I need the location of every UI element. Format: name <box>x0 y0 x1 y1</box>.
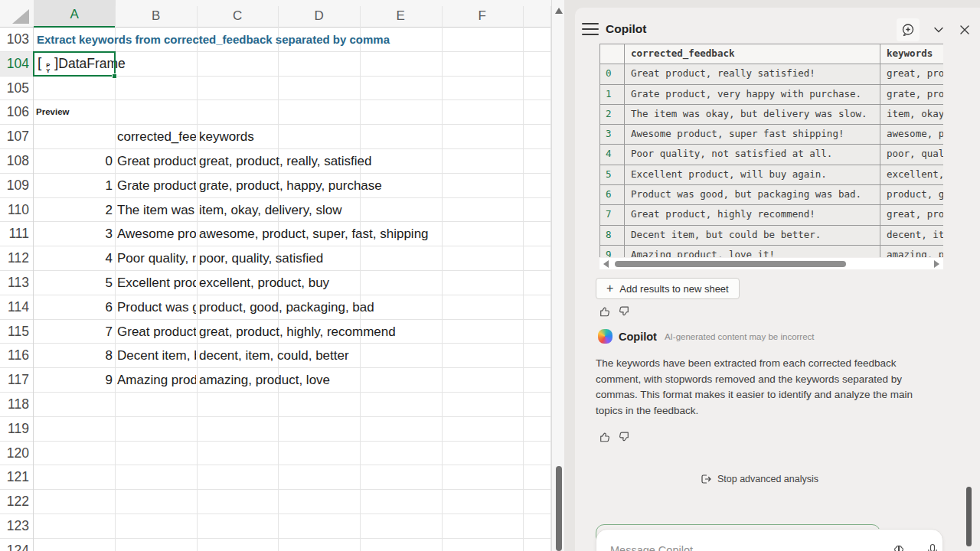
menu-icon[interactable] <box>582 23 599 35</box>
copilot-message: The keywords have been extracted from ea… <box>596 356 933 419</box>
row-header[interactable]: 123 <box>0 514 34 539</box>
message-composer[interactable] <box>596 529 943 551</box>
microphone-icon[interactable] <box>926 543 939 551</box>
preview-cell-index[interactable]: 3 <box>34 222 113 246</box>
preview-cell-index[interactable]: 5 <box>34 271 113 295</box>
collapse-pane-button[interactable] <box>927 18 950 41</box>
row-header[interactable]: 103 <box>0 28 34 52</box>
preview-cell-keywords[interactable]: poor, quality, satisfied <box>199 246 323 271</box>
results-cell-feedback: Product was good, but packaging was bad. <box>625 185 880 204</box>
preview-cell-keywords[interactable]: excellent, product, buy <box>199 271 329 295</box>
preview-cell-index[interactable]: 9 <box>34 368 113 393</box>
column-header[interactable]: B <box>116 0 198 28</box>
row-header[interactable]: 120 <box>0 442 34 466</box>
scroll-left-arrow-icon[interactable] <box>603 260 609 268</box>
new-chat-button[interactable] <box>897 18 920 41</box>
preview-rows: 0 Great product, really satisfied! great… <box>0 149 564 393</box>
row-header[interactable]: 104 <box>0 52 34 77</box>
preview-cell-keywords[interactable]: awesome, product, super, fast, shipping <box>199 222 429 246</box>
preview-cell-keywords[interactable]: decent, item, could, better <box>199 344 349 368</box>
preview-cell-feedback[interactable]: Excellent product, will buy again. <box>117 271 196 295</box>
preview-cell-index[interactable]: 4 <box>34 246 113 271</box>
cell-selection-border[interactable] <box>33 51 116 77</box>
results-table-row: 9 Amazing product, love it! amazing, pro… <box>600 245 943 257</box>
preview-cell-index[interactable]: 6 <box>34 295 113 320</box>
row-header[interactable]: 106 <box>0 100 34 125</box>
results-cell-index: 6 <box>600 185 625 204</box>
select-all-corner[interactable] <box>12 9 29 24</box>
preview-row: 7 Great product, highly recommend! great… <box>0 320 564 344</box>
preview-cell-feedback[interactable]: The item was okay, but delivery was slow… <box>117 198 196 223</box>
preview-cell-feedback[interactable]: Poor quality, not satisfied at all. <box>117 246 196 271</box>
preview-cell-index[interactable]: 7 <box>34 320 113 344</box>
preview-cell-index[interactable]: 1 <box>34 174 113 198</box>
close-icon <box>959 24 971 36</box>
preview-cell-feedback[interactable]: Awesome product, super fast shipping! <box>117 222 196 246</box>
results-cell-feedback: Great product, really satisfied! <box>625 64 880 83</box>
results-scrollbar-thumb[interactable] <box>615 261 846 267</box>
preview-cell-feedback[interactable]: Product was good, but packaging was bad. <box>117 295 196 320</box>
copilot-name: Copilot <box>619 331 657 343</box>
preview-row: 8 Decent item, but could be better. dece… <box>0 344 564 368</box>
chevron-down-icon <box>933 24 945 36</box>
preview-cell-keywords[interactable]: grate, product, happy, purchase <box>199 174 382 198</box>
preview-cell-keywords[interactable]: item, okay, delivery, slow <box>199 198 341 223</box>
close-pane-button[interactable] <box>953 18 976 41</box>
preview-cell-feedback[interactable]: Amazing product, love it! <box>117 368 196 393</box>
brain-icon[interactable] <box>891 543 906 551</box>
stop-advanced-analysis-button[interactable]: Stop advanced analysis <box>700 473 818 485</box>
results-table-row: 0 Great product, really satisfied! great… <box>600 64 943 83</box>
preview-cell-index[interactable]: 0 <box>34 149 113 174</box>
sheet-scrollbar-thumb[interactable] <box>556 466 562 551</box>
row-header[interactable]: 121 <box>0 465 34 490</box>
prompt-cell-text[interactable]: Extract keywords from corrected_feedback… <box>37 28 390 52</box>
results-horizontal-scrollbar[interactable] <box>599 258 943 269</box>
preview-cell-keywords[interactable]: great, product, highly, recommend <box>199 320 396 344</box>
thumbs-down-icon[interactable] <box>618 305 631 318</box>
add-results-button[interactable]: + Add results to new sheet <box>596 278 740 299</box>
scroll-up-arrow-icon[interactable] <box>555 8 563 14</box>
thumbs-up-icon[interactable] <box>598 430 611 443</box>
preview-cell-keywords[interactable]: product, good, packaging, bad <box>199 295 374 320</box>
row-header[interactable]: 105 <box>0 77 34 101</box>
fill-handle[interactable] <box>112 73 117 79</box>
preview-cell-feedback[interactable]: Grate product, very happy with purchase. <box>117 174 196 198</box>
thumbs-up-icon[interactable] <box>598 305 611 318</box>
results-cell-keywords: great, product, highly, recommend <box>880 205 943 224</box>
scroll-right-arrow-icon[interactable] <box>934 260 939 268</box>
preview-header-keywords[interactable]: keywords <box>199 125 254 149</box>
column-header[interactable]: C <box>197 0 279 28</box>
results-cell-keywords: excellent, product, buy <box>880 165 943 184</box>
row-header[interactable]: 107 <box>0 125 34 149</box>
message-input[interactable] <box>609 543 841 551</box>
preview-cell-index[interactable]: 8 <box>34 344 113 368</box>
results-table-viewport: corrected_feedback keywords 0 Great prod… <box>599 44 943 257</box>
preview-header-feedback[interactable]: corrected_feedback <box>117 125 196 149</box>
results-cell-keywords: awesome, product, super, fast, shipping <box>880 125 943 144</box>
row-header[interactable]: 119 <box>0 417 34 442</box>
row-header[interactable]: 118 <box>0 393 34 417</box>
preview-cell-index[interactable]: 2 <box>34 198 113 223</box>
column-header[interactable]: D <box>279 0 361 28</box>
column-header[interactable]: F <box>442 0 524 28</box>
feedback-buttons <box>598 305 631 318</box>
sheet-vertical-scrollbar[interactable] <box>551 0 564 551</box>
column-header[interactable]: E <box>360 0 442 28</box>
pane-scrollbar-thumb[interactable] <box>966 487 972 546</box>
results-table-row: 7 Great product, highly recommend! great… <box>600 204 943 224</box>
results-table-row: 1 Grate product, very happy with purchas… <box>600 84 943 104</box>
column-header[interactable]: A <box>34 0 116 28</box>
thumbs-down-icon[interactable] <box>618 430 631 443</box>
results-table-row: 4 Poor quality, not satisfied at all. po… <box>600 144 943 164</box>
preview-cell-feedback[interactable]: Decent item, but could be better. <box>117 344 196 368</box>
copilot-pane-title: Copilot <box>606 22 646 36</box>
row-header[interactable]: 124 <box>0 539 34 551</box>
preview-cell-feedback[interactable]: Great product, really satisfied! <box>117 149 196 174</box>
row-header[interactable]: 122 <box>0 490 34 514</box>
preview-cell-keywords[interactable]: great, product, really, satisfied <box>199 149 372 174</box>
preview-cell-feedback[interactable]: Great product, highly recommend! <box>117 320 196 344</box>
results-cell-feedback: Amazing product, love it! <box>625 246 880 257</box>
preview-row: 0 Great product, really satisfied! great… <box>0 149 564 174</box>
preview-cell-keywords[interactable]: amazing, product, love <box>199 368 330 393</box>
results-cell-feedback: Decent item, but could be better. <box>625 226 880 245</box>
